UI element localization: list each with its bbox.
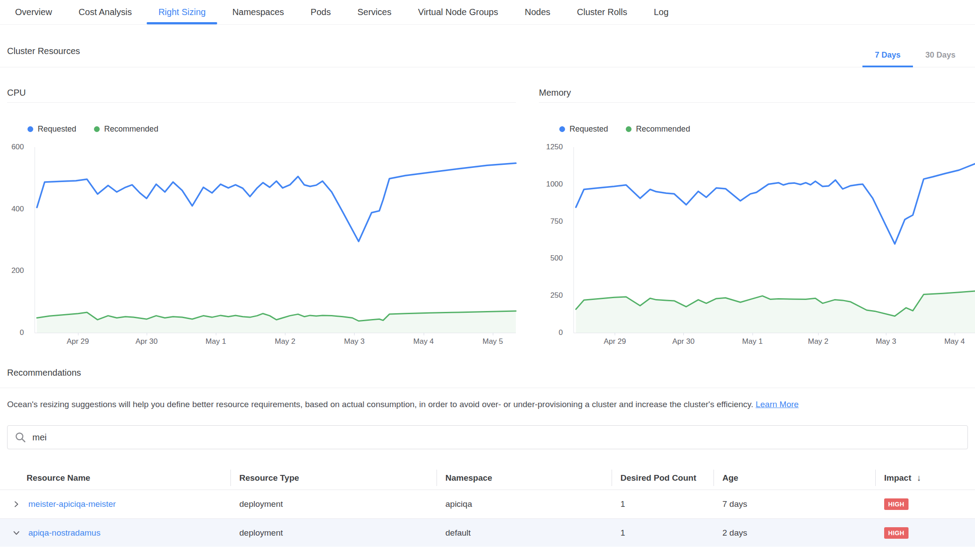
search-box[interactable] <box>7 425 968 449</box>
memory-plot[interactable]: Apr 29Apr 30May 1May 2May 3May 4 <box>573 147 975 333</box>
y-axis-label: 1000 <box>546 180 563 189</box>
column-header-namespace[interactable]: Namespace <box>437 466 612 490</box>
x-axis-tick <box>78 333 78 335</box>
impact-cell: HIGH <box>875 519 975 547</box>
x-axis-label: May 5 <box>483 337 503 346</box>
y-axis-label: 250 <box>550 291 563 300</box>
column-header-resource-name[interactable]: Resource Name <box>0 466 230 490</box>
range-7-days[interactable]: 7 Days <box>862 51 913 67</box>
recommended-area <box>37 311 516 333</box>
recommendations-title: Recommendations <box>0 368 975 388</box>
column-header-desired-pod-count[interactable]: Desired Pod Count <box>612 466 714 490</box>
column-label: Desired Pod Count <box>620 473 696 483</box>
cpu-chart-canvas <box>35 147 516 333</box>
legend-label: Requested <box>569 124 608 134</box>
recommendations-description-text: Ocean's resizing suggestions will help y… <box>7 400 753 409</box>
tab-log[interactable]: Log <box>640 0 682 24</box>
tab-pods[interactable]: Pods <box>297 0 344 24</box>
search-input[interactable] <box>32 432 960 443</box>
y-axis-label: 0 <box>20 328 24 337</box>
sort-desc-icon[interactable]: ↓ <box>916 473 921 483</box>
impact-badge: HIGH <box>884 498 909 510</box>
search-icon <box>15 432 26 443</box>
y-axis: 6004002000 <box>7 147 35 333</box>
x-axis-label: May 4 <box>413 337 434 346</box>
legend-recommended[interactable]: Recommended <box>626 124 690 134</box>
recommendations-table: Resource NameResource TypeNamespaceDesir… <box>0 466 975 547</box>
x-axis-label: May 1 <box>206 337 226 346</box>
resource-type-cell: deployment <box>230 490 437 518</box>
column-header-impact[interactable]: Impact↓ <box>875 466 975 490</box>
chart-area: 125010007505002500 Apr 29Apr 30May 1May … <box>539 147 975 333</box>
resource-type-cell: deployment <box>230 519 437 547</box>
y-axis-label: 1250 <box>546 143 563 152</box>
x-axis-tick <box>683 333 684 335</box>
age-cell: 2 days <box>714 519 875 547</box>
column-label: Age <box>722 473 738 483</box>
table-body: meister-apiciqa-meisterdeploymentapiciqa… <box>0 490 975 547</box>
legend-recommended[interactable]: Recommended <box>94 124 158 134</box>
x-axis-tick <box>753 333 753 335</box>
tab-namespaces[interactable]: Namespaces <box>219 0 297 24</box>
table-row[interactable]: meister-apiciqa-meisterdeploymentapiciqa… <box>0 490 975 518</box>
learn-more-link[interactable]: Learn More <box>756 400 799 409</box>
range-30-days[interactable]: 30 Days <box>913 51 968 67</box>
recommendations-description: Ocean's resizing suggestions will help y… <box>7 400 968 409</box>
resource-name-link[interactable]: apiqa-nostradamus <box>28 528 101 538</box>
resource-name-link[interactable]: meister-apiciqa-meister <box>28 499 116 509</box>
table-header: Resource NameResource TypeNamespaceDesir… <box>0 466 975 490</box>
tab-right-sizing[interactable]: Right Sizing <box>145 0 219 24</box>
legend-label: Recommended <box>104 124 158 134</box>
x-axis-label: May 2 <box>808 337 828 346</box>
cluster-resources-header: Cluster Resources 7 Days30 Days <box>0 46 975 67</box>
tab-bar: OverviewCost AnalysisRight SizingNamespa… <box>0 0 975 25</box>
chart-legend: RequestedRecommended <box>27 124 516 134</box>
x-axis-tick <box>493 333 493 335</box>
namespace-cell: default <box>437 519 612 547</box>
y-axis: 125010007505002500 <box>539 147 573 333</box>
range-toggle: 7 Days30 Days <box>862 51 968 67</box>
legend-label: Recommended <box>636 124 690 134</box>
impact-cell: HIGH <box>875 490 975 518</box>
legend-requested[interactable]: Requested <box>559 124 608 134</box>
chart-title: Memory <box>539 88 975 103</box>
x-axis-tick <box>424 333 424 335</box>
x-axis-label: Apr 29 <box>67 337 89 346</box>
column-label: Namespace <box>445 473 492 483</box>
legend-dot-icon <box>27 126 33 132</box>
y-axis-label: 500 <box>550 254 563 263</box>
requested-line <box>576 164 975 244</box>
table-row[interactable]: apiqa-nostradamusdeploymentdefault12 day… <box>0 518 975 547</box>
tab-overview[interactable]: Overview <box>2 0 65 24</box>
tab-cluster-rolls[interactable]: Cluster Rolls <box>564 0 640 24</box>
column-label: Impact <box>884 473 911 483</box>
x-axis-label: May 3 <box>876 337 896 346</box>
legend-requested[interactable]: Requested <box>27 124 76 134</box>
column-header-resource-type[interactable]: Resource Type <box>230 466 437 490</box>
x-axis-tick <box>818 333 819 335</box>
age-cell: 7 days <box>714 490 875 518</box>
x-axis-tick <box>955 333 955 335</box>
x-axis-label: Apr 30 <box>672 337 694 346</box>
x-axis-label: Apr 29 <box>604 337 626 346</box>
chart-area: 6004002000 Apr 29Apr 30May 1May 2May 3Ma… <box>7 147 516 333</box>
charts-row: CPU RequestedRecommended 6004002000 Apr … <box>0 88 975 333</box>
namespace-cell: apiciqa <box>437 490 612 518</box>
chevron-right-icon[interactable] <box>12 500 20 508</box>
tab-cost-analysis[interactable]: Cost Analysis <box>65 0 145 24</box>
cpu-plot[interactable]: Apr 29Apr 30May 1May 2May 3May 4May 5 <box>35 147 516 333</box>
column-header-age[interactable]: Age <box>714 466 875 490</box>
x-axis-tick <box>354 333 355 335</box>
legend-dot-icon <box>626 126 632 132</box>
impact-badge: HIGH <box>884 527 909 539</box>
cluster-resources-title: Cluster Resources <box>7 46 80 67</box>
y-axis-label: 0 <box>559 328 563 337</box>
x-axis-tick <box>147 333 147 335</box>
chevron-down-icon[interactable] <box>12 529 20 537</box>
legend-label: Requested <box>38 124 76 134</box>
x-axis-label: Apr 30 <box>136 337 158 346</box>
tab-services[interactable]: Services <box>344 0 405 24</box>
tab-virtual-node-groups[interactable]: Virtual Node Groups <box>405 0 511 24</box>
tab-nodes[interactable]: Nodes <box>511 0 564 24</box>
resource-name-cell: apiqa-nostradamus <box>0 519 230 547</box>
